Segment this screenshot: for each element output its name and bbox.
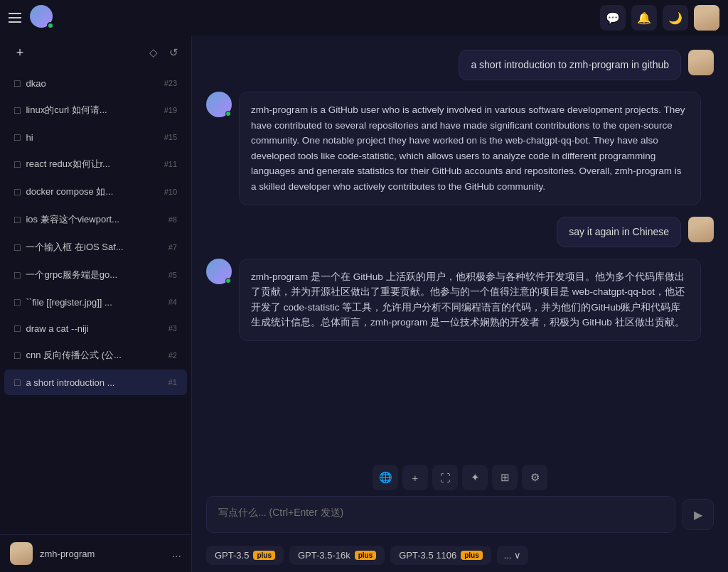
- sidebar-item-label-7: 一个grpc服务端是go...: [26, 269, 162, 281]
- model-gpt35-1106-btn[interactable]: GPT-3.5 1106 plus: [390, 546, 491, 565]
- hamburger-icon[interactable]: [9, 13, 21, 23]
- sidebar-item-react[interactable]: □ react redux如何让r... #11: [4, 151, 187, 178]
- ai-bubble-2: zmh-program 是一个在 GitHub 上活跃的用户，他积极参与各种软件…: [239, 259, 701, 341]
- plus-icon: +: [412, 472, 419, 484]
- sidebar-item-file[interactable]: □ ``file [[register.jpg]] ... #4: [4, 289, 187, 315]
- ai-bubble-1: zmh-program is a GitHub user who is acti…: [239, 92, 701, 205]
- sidebar-user-more-icon[interactable]: ...: [172, 547, 181, 560]
- chat-input-area: ▶: [192, 496, 728, 540]
- settings-btn[interactable]: ⚙: [522, 465, 547, 490]
- sidebar-item-draw[interactable]: □ draw a cat --niji #3: [4, 315, 187, 341]
- model-gpt35-16k-btn[interactable]: GPT-3.5-16k plus: [289, 546, 385, 565]
- sidebar-item-badge-10: #2: [168, 351, 177, 360]
- chat-input[interactable]: [206, 496, 675, 533]
- topbar-user-avatar[interactable]: [694, 5, 719, 31]
- sidebar-actions: + ◇ ↺: [0, 36, 191, 70]
- sidebar-user-avatar: [10, 542, 33, 565]
- user-avatar-1: [688, 50, 714, 75]
- user-message-2: say it again in Chinese: [206, 217, 714, 247]
- model-more-label: ... ∨: [504, 550, 521, 561]
- sidebar-item-linux[interactable]: □ linux的curl 如何请... #19: [4, 97, 187, 124]
- send-button[interactable]: ▶: [682, 499, 714, 530]
- sidebar-item-badge-5: #8: [168, 215, 177, 224]
- user-bubble-1: a short introduction to zmh-program in g…: [459, 50, 681, 80]
- expand-icon: ⛶: [440, 472, 451, 484]
- sidebar-item-cnn[interactable]: □ cnn 反向传播公式 (公... #2: [4, 342, 187, 369]
- magic-btn[interactable]: ✦: [462, 465, 488, 490]
- chat-bubble-icon-10: □: [14, 350, 20, 361]
- sidebar-item-label-3: react redux如何让r...: [26, 158, 158, 171]
- ai-avatar-1: [206, 92, 232, 117]
- sidebar-item-label-10: cnn 反向传播公式 (公...: [26, 349, 162, 362]
- refresh-icon[interactable]: ↺: [166, 43, 181, 62]
- chat-messages: a short introduction to zmh-program in g…: [192, 36, 728, 459]
- sidebar-item-badge-11: #1: [168, 378, 177, 387]
- sidebar-user[interactable]: zmh-program ...: [0, 534, 191, 572]
- ai-online-dot: [225, 111, 231, 117]
- chat-bubble-icon-5: □: [14, 214, 20, 225]
- chat-bubble-icon-0: □: [14, 77, 20, 89]
- main-layout: + ◇ ↺ □ dkao #23 □ linux的curl 如何请... #19…: [0, 36, 728, 572]
- sidebar-item-label-11: a short introduction ...: [26, 377, 162, 388]
- sidebar-item-badge-9: #3: [168, 324, 177, 333]
- sidebar-item-label-4: docker compose 如...: [26, 185, 158, 198]
- chat-bubble-icon-3: □: [14, 158, 20, 170]
- chat-bubble-icon-6: □: [14, 242, 20, 253]
- model-gpt35-label: GPT-3.5: [215, 550, 249, 561]
- sidebar-item-input[interactable]: □ 一个输入框 在iOS Saf... #7: [4, 234, 187, 261]
- ai-message-2: zmh-program 是一个在 GitHub 上活跃的用户，他积极参与各种软件…: [206, 259, 714, 341]
- sidebar-item-label-6: 一个输入框 在iOS Saf...: [26, 241, 162, 254]
- new-chat-button[interactable]: +: [10, 43, 30, 63]
- moon-icon: 🌙: [668, 11, 682, 25]
- chat-bubble-icon-11: □: [14, 377, 20, 388]
- send-icon: ▶: [694, 508, 702, 522]
- ai-online-dot-2: [225, 278, 231, 284]
- sidebar-list: □ dkao #23 □ linux的curl 如何请... #19 □ hi …: [0, 70, 191, 534]
- sidebar-item-badge-8: #4: [168, 298, 177, 306]
- bookmark-icon[interactable]: ◇: [146, 43, 161, 62]
- model-gpt35-16k-badge: plus: [355, 551, 377, 560]
- grid-btn[interactable]: ⊞: [492, 465, 518, 490]
- sidebar-item-label-1: linux的curl 如何请...: [26, 104, 158, 117]
- sidebar-item-label-0: dkao: [26, 78, 158, 89]
- user-message-1: a short introduction to zmh-program in g…: [206, 50, 714, 80]
- chat-bubble-icon-7: □: [14, 269, 20, 281]
- online-dot: [47, 22, 54, 29]
- sidebar: + ◇ ↺ □ dkao #23 □ linux的curl 如何请... #19…: [0, 36, 192, 572]
- sidebar-item-short[interactable]: □ a short introduction ... #1: [4, 369, 187, 395]
- sidebar-item-label-2: hi: [26, 132, 158, 143]
- sidebar-item-docker[interactable]: □ docker compose 如... #10: [4, 178, 187, 205]
- globe-btn[interactable]: 🌐: [373, 465, 398, 490]
- sidebar-item-grpc[interactable]: □ 一个grpc服务端是go... #5: [4, 261, 187, 288]
- logo-container: [30, 5, 55, 31]
- model-gpt35-badge: plus: [253, 551, 275, 560]
- chat-bubble-icon-8: □: [14, 296, 20, 308]
- expand-btn[interactable]: ⛶: [432, 465, 458, 490]
- sidebar-item-dkao[interactable]: □ dkao #23: [4, 70, 187, 96]
- model-gpt35-1106-label: GPT-3.5 1106: [399, 550, 456, 561]
- model-more-btn[interactable]: ... ∨: [497, 546, 528, 565]
- sidebar-item-badge-4: #10: [164, 188, 177, 196]
- plus-btn[interactable]: +: [402, 465, 428, 490]
- user-avatar-2: [688, 217, 714, 242]
- model-gpt35-16k-label: GPT-3.5-16k: [298, 550, 350, 561]
- sidebar-item-hi[interactable]: □ hi #15: [4, 124, 187, 150]
- sidebar-item-label-8: ``file [[register.jpg]] ...: [26, 297, 162, 308]
- topbar-icons: 💬 🔔 🌙: [600, 5, 719, 31]
- sidebar-item-ios[interactable]: □ ios 兼容这个viewport... #8: [4, 206, 187, 233]
- topbar-left: [9, 5, 200, 31]
- chat-bubble-icon-4: □: [14, 186, 20, 198]
- bell-icon: 🔔: [637, 11, 651, 25]
- bell-icon-btn[interactable]: 🔔: [631, 5, 657, 31]
- chat-icon-btn[interactable]: 💬: [600, 5, 626, 31]
- globe-icon: 🌐: [379, 471, 392, 484]
- moon-icon-btn[interactable]: 🌙: [663, 5, 688, 31]
- model-bar: GPT-3.5 plus GPT-3.5-16k plus GPT-3.5 11…: [192, 540, 728, 572]
- sidebar-item-badge-1: #19: [164, 106, 177, 114]
- sidebar-item-badge-6: #7: [168, 243, 177, 252]
- model-gpt35-btn[interactable]: GPT-3.5 plus: [206, 546, 284, 565]
- chat-bubble-icon-1: □: [14, 104, 20, 116]
- sidebar-item-badge-7: #5: [168, 271, 177, 279]
- chat-bubble-icon-2: □: [14, 131, 20, 143]
- chat-toolbar: 🌐 + ⛶ ✦ ⊞ ⚙: [192, 459, 728, 496]
